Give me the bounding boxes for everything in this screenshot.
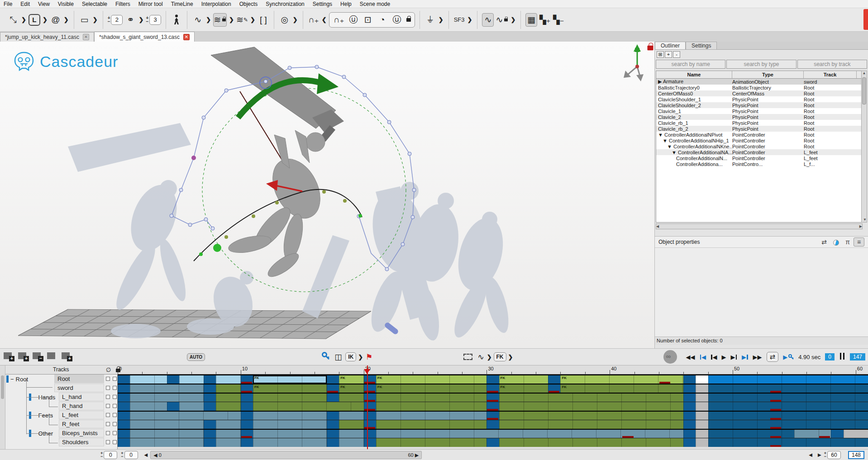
solo-track-icon[interactable] xyxy=(47,352,58,361)
relax-lock-icon-more[interactable]: ❯ xyxy=(510,16,515,23)
menu-view[interactable]: View xyxy=(38,1,50,7)
track-lock-checkbox[interactable] xyxy=(113,431,117,435)
track-name-shoulders[interactable]: Shoulders xyxy=(59,438,104,446)
interval-cell[interactable] xyxy=(696,375,708,384)
collapse-all-button[interactable]: - xyxy=(673,51,680,58)
outliner-column-name[interactable]: Name xyxy=(656,71,732,78)
interval-cell[interactable] xyxy=(708,375,868,384)
spiral-rotate-icon[interactable]: @ xyxy=(50,13,62,27)
ik-mode-button[interactable]: IK xyxy=(345,352,356,361)
keyframe-cell[interactable] xyxy=(118,420,130,429)
interval-cell[interactable] xyxy=(253,384,327,393)
outliner-vertical-scrollbar[interactable]: ▲▼ xyxy=(861,71,867,223)
visibility-off-icon[interactable]: ∅ xyxy=(106,366,111,373)
keyframe-cell[interactable] xyxy=(167,375,179,384)
interval-cell[interactable] xyxy=(696,420,708,429)
interval-cell[interactable] xyxy=(560,384,683,393)
timeline-grid[interactable]: 0102030405060 FKFKFKFKFKFKFKFKFKFK xyxy=(118,365,868,449)
outliner-row[interactable]: CenterOfMass0CenterOfMassRoot xyxy=(656,90,862,96)
menu-objects[interactable]: Objects xyxy=(239,1,258,7)
interval-cell[interactable] xyxy=(376,384,487,393)
track-name-biceps_twists[interactable]: Biceps_twists xyxy=(59,429,104,437)
search-by-name-input[interactable]: search by name xyxy=(656,60,725,69)
total-frames-box[interactable]: 148 xyxy=(848,451,864,459)
controller-size-stepper[interactable]: +−3 xyxy=(146,15,161,25)
remove-layer-icon[interactable]: ▚₋ xyxy=(553,13,564,27)
new-clip-icon[interactable]: + xyxy=(62,352,72,361)
outliner-row[interactable]: ▼ ControllerAdditionalNHip_1PointControl… xyxy=(656,138,862,143)
scene-board-icon[interactable]: ▭ xyxy=(79,13,91,27)
keyframe-cell[interactable] xyxy=(327,430,339,438)
interval-cell[interactable] xyxy=(253,420,327,429)
interval-cell[interactable] xyxy=(696,438,708,447)
keyframe-cell[interactable] xyxy=(204,384,216,393)
trajectory-edit-icon-more[interactable]: ❯ xyxy=(250,16,255,23)
interval-cell[interactable] xyxy=(130,438,204,447)
keyframe-cell[interactable] xyxy=(683,412,696,420)
local-axis-icon-more[interactable]: ❯ xyxy=(43,16,48,23)
timeline-track-r_hand[interactable] xyxy=(118,402,868,411)
relax-lock-icon[interactable]: ∿ xyxy=(496,13,508,27)
keyframe-cell[interactable] xyxy=(204,375,216,384)
add-pivot-icon-more[interactable]: ❯ xyxy=(439,16,444,23)
track-lock-checkbox[interactable] xyxy=(113,377,117,381)
keyframe-cell[interactable] xyxy=(241,438,253,447)
track-group-root[interactable]: − Root xyxy=(6,375,28,383)
keyframe-cell[interactable] xyxy=(683,438,696,447)
properties-menu-icon[interactable]: ≡ xyxy=(854,237,864,247)
interpolation-mixed-icon[interactable]: ◔ xyxy=(377,13,388,27)
interval-cell[interactable] xyxy=(499,394,684,402)
go-to-end-button[interactable]: ▶ xyxy=(742,354,749,360)
scroll-left-button[interactable]: ◀ xyxy=(142,452,151,457)
interval-cell[interactable] xyxy=(499,384,548,393)
camera-icon[interactable]: ◎ xyxy=(279,13,291,27)
set-key-icon[interactable] xyxy=(322,352,330,362)
transform-mode-icon[interactable]: ⇄ xyxy=(818,238,830,246)
interval-cell[interactable] xyxy=(708,420,868,429)
track-visibility-checkbox[interactable] xyxy=(106,377,110,381)
search-by-type-input[interactable]: search by type xyxy=(726,60,796,69)
keyframe-cell[interactable] xyxy=(486,420,499,429)
track-name-root[interactable]: Root xyxy=(54,375,104,383)
keyframe-cell[interactable] xyxy=(118,412,130,420)
outliner-horizontal-scrollbar[interactable]: ◀▶ xyxy=(656,223,863,229)
menu-scene-mode[interactable]: Scene mode xyxy=(360,1,390,7)
outliner-column-type[interactable]: Type xyxy=(732,71,804,78)
track-visibility-checkbox[interactable] xyxy=(106,404,110,408)
interval-cell[interactable] xyxy=(499,375,548,384)
keyframe-cell[interactable] xyxy=(241,412,253,420)
split-interval-icon[interactable]: ◫ xyxy=(334,352,342,362)
character-icon[interactable] xyxy=(171,13,182,27)
viewport-3d[interactable]: Cascadeur xyxy=(0,42,655,348)
range-start-box[interactable]: 0 xyxy=(825,353,835,360)
menu-edit[interactable]: Edit xyxy=(20,1,30,7)
interval-cell[interactable] xyxy=(376,394,487,402)
interval-cell[interactable] xyxy=(216,394,240,402)
interval-cell[interactable] xyxy=(130,430,204,438)
outliner-row[interactable]: ControllerAdditiona...PointContro...L_f.… xyxy=(656,161,862,167)
interval-cell[interactable] xyxy=(253,412,327,420)
interval-cell[interactable] xyxy=(216,375,240,384)
track-name-l_hand[interactable]: L_hand xyxy=(59,393,104,401)
track-visibility-checkbox[interactable] xyxy=(106,422,110,426)
interval-cell[interactable] xyxy=(179,402,204,411)
keyframe-cell[interactable] xyxy=(683,430,696,438)
selected-frame-dot[interactable] xyxy=(213,244,221,252)
outliner-row[interactable]: ▶ ArmatureAnimationObjectsword xyxy=(656,79,862,85)
keyframe-cell[interactable] xyxy=(204,438,216,447)
outliner-row[interactable]: ▼ ControllerAdditionalNKne...PointContro… xyxy=(656,143,862,149)
interval-cell[interactable] xyxy=(708,384,868,393)
keyframe-cell[interactable] xyxy=(204,430,216,438)
track-lock-checkbox[interactable] xyxy=(113,395,117,399)
interval-cell[interactable] xyxy=(708,412,868,420)
interval-cell[interactable] xyxy=(499,402,684,411)
interval-cell[interactable] xyxy=(708,438,868,447)
outliner-column-track[interactable]: Track xyxy=(804,71,857,78)
scroll-right-icon[interactable]: ▶ xyxy=(415,452,419,458)
interval-cell[interactable] xyxy=(376,402,487,411)
rewind-button[interactable]: ◀◀ xyxy=(686,354,695,360)
track-visibility-checkbox[interactable] xyxy=(106,395,110,399)
timeline-track-l_feet[interactable] xyxy=(118,411,868,420)
interval-cell[interactable] xyxy=(696,430,708,438)
track-row[interactable]: R_feet xyxy=(5,420,118,429)
